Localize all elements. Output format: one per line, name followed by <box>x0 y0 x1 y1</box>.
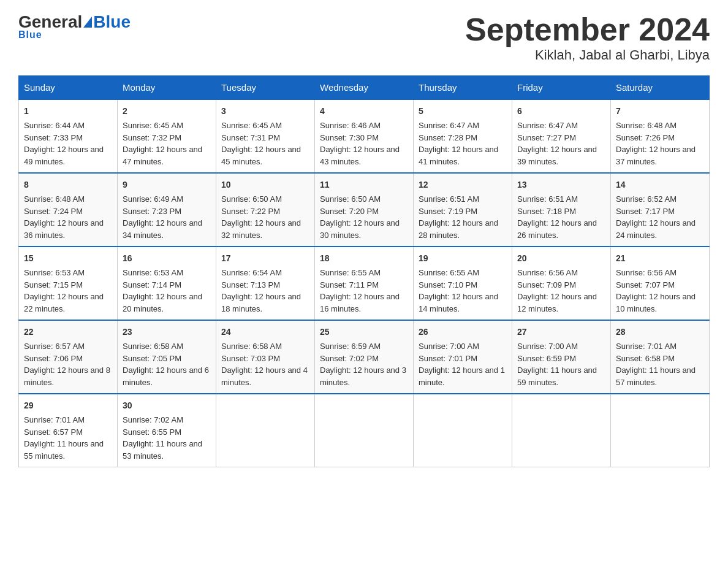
calendar-cell: 3 Sunrise: 6:45 AMSunset: 7:31 PMDayligh… <box>216 99 315 173</box>
calendar-cell: 7 Sunrise: 6:48 AMSunset: 7:26 PMDayligh… <box>611 99 710 173</box>
day-info: Sunrise: 6:57 AMSunset: 7:06 PMDaylight:… <box>24 342 110 387</box>
day-number: 27 <box>517 326 605 339</box>
day-info: Sunrise: 6:46 AMSunset: 7:30 PMDaylight:… <box>320 121 400 166</box>
calendar-cell: 9 Sunrise: 6:49 AMSunset: 7:23 PMDayligh… <box>118 173 216 247</box>
day-number: 5 <box>419 105 507 118</box>
day-info: Sunrise: 6:48 AMSunset: 7:24 PMDaylight:… <box>24 194 104 240</box>
calendar-body: 1 Sunrise: 6:44 AMSunset: 7:33 PMDayligh… <box>19 99 710 467</box>
day-number: 2 <box>123 105 211 118</box>
day-number: 24 <box>221 326 309 339</box>
day-number: 9 <box>123 178 211 191</box>
day-number: 28 <box>616 326 704 339</box>
logo: General Blue Blue <box>18 12 131 40</box>
day-info: Sunrise: 6:59 AMSunset: 7:02 PMDaylight:… <box>320 342 406 387</box>
day-info: Sunrise: 6:47 AMSunset: 7:27 PMDaylight:… <box>517 121 597 166</box>
calendar-cell: 15 Sunrise: 6:53 AMSunset: 7:15 PMDaylig… <box>19 247 118 320</box>
calendar-cell: 28 Sunrise: 7:01 AMSunset: 6:58 PMDaylig… <box>611 320 710 394</box>
day-info: Sunrise: 6:56 AMSunset: 7:07 PMDaylight:… <box>616 268 696 313</box>
calendar-title: September 2024 <box>465 12 710 47</box>
calendar-week-3: 15 Sunrise: 6:53 AMSunset: 7:15 PMDaylig… <box>19 247 710 320</box>
day-number: 6 <box>517 105 605 118</box>
day-number: 18 <box>320 252 408 265</box>
day-number: 15 <box>24 252 112 265</box>
header-tuesday: Tuesday <box>216 76 315 100</box>
calendar-cell: 11 Sunrise: 6:50 AMSunset: 7:20 PMDaylig… <box>315 173 414 247</box>
calendar-week-5: 29 Sunrise: 7:01 AMSunset: 6:57 PMDaylig… <box>19 394 710 467</box>
calendar-cell: 30 Sunrise: 7:02 AMSunset: 6:55 PMDaylig… <box>118 394 216 467</box>
calendar-cell: 22 Sunrise: 6:57 AMSunset: 7:06 PMDaylig… <box>19 320 118 394</box>
day-number: 19 <box>419 252 507 265</box>
day-info: Sunrise: 6:54 AMSunset: 7:13 PMDaylight:… <box>221 268 301 313</box>
page-header: General Blue Blue September 2024 Kiklah,… <box>18 12 710 63</box>
calendar-cell: 8 Sunrise: 6:48 AMSunset: 7:24 PMDayligh… <box>19 173 118 247</box>
day-info: Sunrise: 6:49 AMSunset: 7:23 PMDaylight:… <box>123 194 202 240</box>
calendar-table: SundayMondayTuesdayWednesdayThursdayFrid… <box>18 75 710 467</box>
day-number: 26 <box>419 326 507 339</box>
calendar-cell: 20 Sunrise: 6:56 AMSunset: 7:09 PMDaylig… <box>512 247 611 320</box>
logo-triangle-icon <box>83 17 92 28</box>
calendar-cell: 14 Sunrise: 6:52 AMSunset: 7:17 PMDaylig… <box>611 173 710 247</box>
calendar-cell: 6 Sunrise: 6:47 AMSunset: 7:27 PMDayligh… <box>512 99 611 173</box>
day-number: 12 <box>419 178 507 191</box>
day-info: Sunrise: 6:58 AMSunset: 7:03 PMDaylight:… <box>221 342 308 387</box>
day-number: 8 <box>24 178 112 191</box>
calendar-cell: 5 Sunrise: 6:47 AMSunset: 7:28 PMDayligh… <box>414 99 512 173</box>
calendar-cell <box>216 394 315 467</box>
day-info: Sunrise: 6:53 AMSunset: 7:15 PMDaylight:… <box>24 268 104 313</box>
header-thursday: Thursday <box>414 76 512 100</box>
calendar-week-2: 8 Sunrise: 6:48 AMSunset: 7:24 PMDayligh… <box>19 173 710 247</box>
header-saturday: Saturday <box>611 76 710 100</box>
day-info: Sunrise: 6:45 AMSunset: 7:32 PMDaylight:… <box>123 121 202 166</box>
calendar-subtitle: Kiklah, Jabal al Gharbi, Libya <box>465 47 710 63</box>
header-row: SundayMondayTuesdayWednesdayThursdayFrid… <box>19 76 710 100</box>
title-block: September 2024 Kiklah, Jabal al Gharbi, … <box>465 12 710 63</box>
day-number: 1 <box>24 105 112 118</box>
day-number: 10 <box>221 178 309 191</box>
day-info: Sunrise: 6:50 AMSunset: 7:22 PMDaylight:… <box>221 194 301 240</box>
calendar-cell: 18 Sunrise: 6:55 AMSunset: 7:11 PMDaylig… <box>315 247 414 320</box>
day-info: Sunrise: 7:00 AMSunset: 7:01 PMDaylight:… <box>419 342 505 387</box>
calendar-cell: 17 Sunrise: 6:54 AMSunset: 7:13 PMDaylig… <box>216 247 315 320</box>
calendar-cell: 16 Sunrise: 6:53 AMSunset: 7:14 PMDaylig… <box>118 247 216 320</box>
calendar-cell: 12 Sunrise: 6:51 AMSunset: 7:19 PMDaylig… <box>414 173 512 247</box>
day-info: Sunrise: 6:45 AMSunset: 7:31 PMDaylight:… <box>221 121 301 166</box>
day-info: Sunrise: 6:48 AMSunset: 7:26 PMDaylight:… <box>616 121 696 166</box>
day-number: 23 <box>123 326 211 339</box>
calendar-cell: 1 Sunrise: 6:44 AMSunset: 7:33 PMDayligh… <box>19 99 118 173</box>
day-info: Sunrise: 7:01 AMSunset: 6:57 PMDaylight:… <box>24 415 104 461</box>
calendar-cell: 23 Sunrise: 6:58 AMSunset: 7:05 PMDaylig… <box>118 320 216 394</box>
calendar-cell: 13 Sunrise: 6:51 AMSunset: 7:18 PMDaylig… <box>512 173 611 247</box>
header-monday: Monday <box>118 76 216 100</box>
calendar-cell: 10 Sunrise: 6:50 AMSunset: 7:22 PMDaylig… <box>216 173 315 247</box>
calendar-cell: 2 Sunrise: 6:45 AMSunset: 7:32 PMDayligh… <box>118 99 216 173</box>
day-info: Sunrise: 6:51 AMSunset: 7:19 PMDaylight:… <box>419 194 498 240</box>
header-sunday: Sunday <box>19 76 118 100</box>
day-info: Sunrise: 7:00 AMSunset: 6:59 PMDaylight:… <box>517 342 597 387</box>
day-number: 22 <box>24 326 112 339</box>
calendar-cell: 24 Sunrise: 6:58 AMSunset: 7:03 PMDaylig… <box>216 320 315 394</box>
calendar-cell: 19 Sunrise: 6:55 AMSunset: 7:10 PMDaylig… <box>414 247 512 320</box>
day-info: Sunrise: 6:55 AMSunset: 7:11 PMDaylight:… <box>320 268 400 313</box>
day-number: 17 <box>221 252 309 265</box>
logo-underline: Blue <box>18 29 42 40</box>
calendar-cell: 26 Sunrise: 7:00 AMSunset: 7:01 PMDaylig… <box>414 320 512 394</box>
day-info: Sunrise: 6:44 AMSunset: 7:33 PMDaylight:… <box>24 121 104 166</box>
day-info: Sunrise: 6:58 AMSunset: 7:05 PMDaylight:… <box>123 342 209 387</box>
day-number: 4 <box>320 105 408 118</box>
day-number: 16 <box>123 252 211 265</box>
day-info: Sunrise: 7:01 AMSunset: 6:58 PMDaylight:… <box>616 342 696 387</box>
day-info: Sunrise: 6:50 AMSunset: 7:20 PMDaylight:… <box>320 194 400 240</box>
day-number: 13 <box>517 178 605 191</box>
day-number: 7 <box>616 105 704 118</box>
calendar-cell: 4 Sunrise: 6:46 AMSunset: 7:30 PMDayligh… <box>315 99 414 173</box>
calendar-cell: 21 Sunrise: 6:56 AMSunset: 7:07 PMDaylig… <box>611 247 710 320</box>
header-friday: Friday <box>512 76 611 100</box>
calendar-cell: 27 Sunrise: 7:00 AMSunset: 6:59 PMDaylig… <box>512 320 611 394</box>
calendar-week-1: 1 Sunrise: 6:44 AMSunset: 7:33 PMDayligh… <box>19 99 710 173</box>
day-number: 14 <box>616 178 704 191</box>
calendar-header: SundayMondayTuesdayWednesdayThursdayFrid… <box>19 76 710 100</box>
calendar-cell <box>512 394 611 467</box>
day-info: Sunrise: 6:51 AMSunset: 7:18 PMDaylight:… <box>517 194 597 240</box>
day-info: Sunrise: 6:52 AMSunset: 7:17 PMDaylight:… <box>616 194 696 240</box>
day-info: Sunrise: 6:53 AMSunset: 7:14 PMDaylight:… <box>123 268 202 313</box>
